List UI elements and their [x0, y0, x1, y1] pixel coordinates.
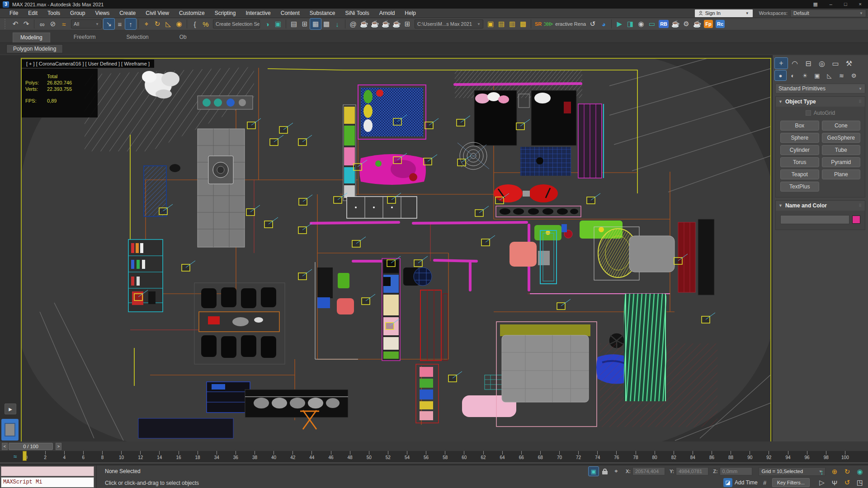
toggle-scene-explorer-icon[interactable]: ▦ [310, 19, 321, 29]
select-and-rotate-icon[interactable]: ↻ [152, 19, 163, 29]
rb-plugin-badge[interactable]: RB [659, 20, 669, 28]
display-tab[interactable]: ▭ [829, 58, 842, 69]
autogrid-checkbox[interactable] [806, 110, 811, 116]
menu-item-edit[interactable]: Edit [23, 9, 42, 17]
maxscript-mini-listener-pink[interactable] [1, 466, 94, 476]
menu-item-sini-tools[interactable]: SiNi Tools [340, 9, 374, 17]
toolbar-grip[interactable] [5, 19, 7, 29]
select-and-move-icon[interactable]: ⌖ [141, 19, 152, 29]
render-production-icon[interactable]: ☕ [391, 19, 402, 29]
select-object-icon[interactable]: ↘ [104, 19, 114, 29]
camera-sequencer-icon[interactable]: ◉ [636, 19, 646, 29]
zoom-extents-icon[interactable]: ◉ [854, 466, 866, 477]
motion-tab[interactable]: ◎ [816, 58, 828, 69]
select-placement-icon[interactable]: ◉ [174, 19, 184, 29]
transform-type-in-icon[interactable]: ⌖ [611, 467, 621, 476]
menu-item-customize[interactable]: Customize [174, 9, 210, 17]
primitive-button-teapot[interactable]: Teapot [780, 169, 819, 179]
pencil-percent-icon[interactable]: % [200, 19, 211, 29]
bind-to-space-warp-icon[interactable]: ≈ [58, 19, 69, 29]
menu-item-arnold[interactable]: Arnold [374, 9, 400, 17]
maxscript-brace-icon[interactable]: { [189, 19, 200, 29]
primitive-button-cone[interactable]: Cone [822, 121, 861, 131]
previous-frame-button[interactable]: < [2, 443, 8, 450]
scene-explorer-flyout-button[interactable]: ▶ [5, 404, 16, 414]
cameras-category[interactable]: ▣ [811, 70, 823, 80]
primitive-button-box[interactable]: Box [780, 121, 819, 131]
lights-category[interactable]: ☀ [799, 70, 811, 80]
undo-icon[interactable]: ↶ [10, 19, 21, 29]
shapes-category[interactable]: ◐ [787, 70, 798, 80]
selection-filter-dropdown[interactable]: All▼ [71, 19, 102, 28]
menu-item-tools[interactable]: Tools [42, 9, 65, 17]
primitive-button-plane[interactable]: Plane [822, 169, 861, 179]
ribbon-tab-ob[interactable]: Ob [172, 33, 194, 42]
isolate-selection-toggle[interactable]: ▣ [589, 467, 599, 476]
graph-editors-icon[interactable]: ⊞ [299, 19, 310, 29]
fov-icon[interactable]: ▷ [816, 477, 828, 488]
white-teapot-icon[interactable]: ☕ [692, 19, 703, 29]
create-tab[interactable]: + [775, 58, 788, 69]
menu-item-group[interactable]: Group [65, 9, 90, 17]
primitive-button-tube[interactable]: Tube [822, 145, 861, 155]
menu-item-content[interactable]: Content [276, 9, 305, 17]
redo-icon[interactable]: ↷ [21, 19, 32, 29]
select-region-icon[interactable]: ↑ [125, 19, 136, 29]
modify-tab[interactable]: ◠ [788, 58, 801, 69]
state-sets-icon[interactable]: ▶ [614, 19, 625, 29]
utilities-tab[interactable]: ⚒ [843, 58, 855, 69]
ribbon-tab-selection[interactable]: Selection [119, 33, 156, 42]
y-coordinate-field[interactable]: 4984,0781 [676, 467, 708, 475]
mirror-icon[interactable]: ◑ [262, 19, 273, 29]
preview-grab-icon[interactable]: ◨ [625, 19, 636, 29]
orbit-camera-icon[interactable]: ↻ [841, 466, 854, 477]
render-preview-windows-icon[interactable]: ⊞ [402, 19, 413, 29]
rendered-frame-window-icon[interactable]: ☕ [380, 19, 391, 29]
menu-item-interactive[interactable]: Interactive [241, 9, 275, 17]
primitive-button-geosphere[interactable]: GeoSphere [822, 133, 861, 143]
ribbon-panel-polygon-modeling[interactable]: Polygon Modeling [6, 44, 63, 53]
render-sphere-icon[interactable]: ◕ [598, 19, 609, 29]
object-type-rollout-header[interactable]: ▼ Object Type ⠿ [776, 97, 865, 107]
schematic-view-icon[interactable]: ▣ [485, 19, 496, 29]
material-editor-icon[interactable]: ☕ [359, 19, 369, 29]
align-icon[interactable]: ▣ [273, 19, 283, 29]
track-bar[interactable]: ≈ 02468101214161834363840424446485052545… [0, 451, 868, 464]
menu-item-views[interactable]: Views [90, 9, 114, 17]
sign-in-button[interactable]: Sign In ▼ [695, 9, 753, 17]
menu-item-civil-view[interactable]: Civil View [141, 9, 174, 17]
maxscript-mini-listener[interactable]: MAXScript Mi [1, 477, 94, 488]
x-coordinate-field[interactable]: 20574,404 [632, 467, 665, 475]
geometry-category[interactable]: ● [775, 70, 786, 80]
maximize-button[interactable]: □ [844, 1, 847, 7]
primitive-button-torus[interactable]: Torus [780, 157, 819, 167]
walk-through-icon[interactable]: Ψ [828, 477, 841, 488]
select-and-scale-icon[interactable]: ◺ [163, 19, 174, 29]
named-selection-set-combo[interactable]: Create Selection Se▼ [213, 19, 260, 28]
add-time-tag-icon[interactable]: ◪ [723, 478, 732, 487]
orbit-subobject-icon[interactable]: ↺ [841, 477, 854, 488]
primitive-button-sphere[interactable]: Sphere [780, 133, 819, 143]
arnold-render-icon[interactable]: ↺ [587, 19, 598, 29]
close-button[interactable]: × [859, 1, 862, 7]
add-time-label[interactable]: Add Time [735, 479, 758, 486]
project-path-dropdown[interactable]: C:\Users\M...s Max 2021▼ [415, 19, 483, 28]
selection-lock-icon[interactable] [602, 469, 608, 474]
name-color-rollout-header[interactable]: ▼ Name and Color ⠿ [776, 201, 865, 211]
named-selections-icon[interactable]: @ [348, 19, 359, 29]
zoom-icon[interactable]: ↕ [816, 466, 828, 477]
primitives-category-dropdown[interactable]: Standard Primitives ▼ [775, 84, 865, 94]
curve-editor-icon[interactable]: ▤ [496, 19, 507, 29]
maximize-viewport-icon[interactable]: ◳ [854, 477, 866, 488]
time-slider-handle[interactable] [23, 451, 27, 461]
viewport-label[interactable]: [ + ] [ CoronaCamera016 ] [ User Defined… [22, 60, 154, 68]
object-color-swatch[interactable] [852, 216, 860, 224]
workspace-dropdown[interactable]: Default ▼ [790, 9, 866, 17]
dope-sheet-icon[interactable]: ▥ [507, 19, 518, 29]
viewport-layout-tab[interactable] [1, 419, 19, 441]
render-setup-icon[interactable]: ☕ [369, 19, 380, 29]
particle-view-icon[interactable]: ▩ [518, 19, 528, 29]
primitive-button-pyramid[interactable]: Pyramid [822, 157, 861, 167]
space-warps-category[interactable]: ≋ [836, 70, 847, 80]
viewport[interactable]: [ + ] [ CoronaCamera016 ] [ User Defined… [21, 58, 771, 443]
